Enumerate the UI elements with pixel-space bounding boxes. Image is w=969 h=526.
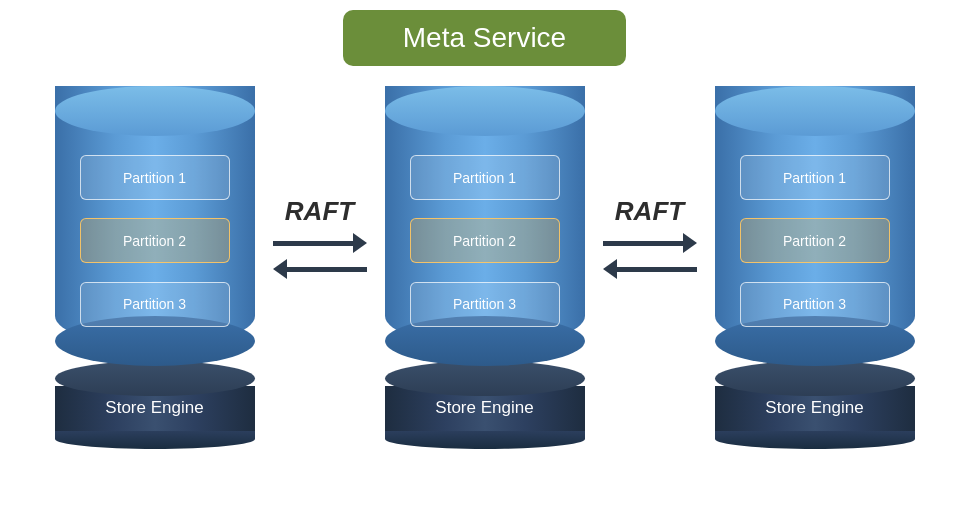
meta-service-label: Meta Service [403,22,566,53]
arrow-line-4 [617,267,697,272]
arrow-head-left-2 [603,259,617,279]
store-engine-center-top [385,361,585,396]
diagram-area: Partition 1 Partition 2 Partition 3 Stor… [0,86,969,449]
store-engine-right-bottom [715,429,915,449]
partition-center-2: Partition 2 [410,218,560,263]
store-engine-left-wrapper: Store Engine [55,366,255,449]
raft-left-arrow-left [273,259,367,279]
partition-right-1: Partition 1 [740,155,890,200]
node-left: Partition 1 Partition 2 Partition 3 Stor… [55,86,255,449]
store-engine-center-bottom [385,429,585,449]
meta-service-container: Meta Service [343,10,626,66]
partition-left-2: Partition 2 [80,218,230,263]
partition-left-1: Partition 1 [80,155,230,200]
arrow-line-2 [287,267,367,272]
cylinder-left: Partition 1 Partition 2 Partition 3 [55,86,255,366]
raft-right-arrow-right [603,233,697,253]
partition-left-3: Partition 3 [80,282,230,327]
arrow-line-3 [603,241,683,246]
raft-left: RAFT [255,196,385,279]
raft-right: RAFT [585,196,715,279]
store-engine-right-label: Store Engine [765,398,863,418]
arrow-head-right-1 [353,233,367,253]
arrow-head-left-1 [273,259,287,279]
raft-right-label: RAFT [615,196,684,227]
partitions-left: Partition 1 Partition 2 Partition 3 [55,136,255,346]
store-engine-center-label: Store Engine [435,398,533,418]
arrow-head-right-2 [683,233,697,253]
raft-right-arrow-left [603,259,697,279]
cylinder-left-top [55,86,255,136]
arrow-line-1 [273,241,353,246]
cylinder-right-top [715,86,915,136]
meta-service-box: Meta Service [343,10,626,66]
store-engine-center-wrapper: Store Engine [385,366,585,449]
partition-right-2: Partition 2 [740,218,890,263]
raft-left-arrows [273,233,367,279]
partitions-center: Partition 1 Partition 2 Partition 3 [385,136,585,346]
store-engine-right-wrapper: Store Engine [715,366,915,449]
raft-left-label: RAFT [285,196,354,227]
raft-left-arrow-right [273,233,367,253]
store-engine-left-bottom [55,429,255,449]
cylinder-center: Partition 1 Partition 2 Partition 3 [385,86,585,366]
node-right: Partition 1 Partition 2 Partition 3 Stor… [715,86,915,449]
store-engine-right-top [715,361,915,396]
cylinder-center-top [385,86,585,136]
partition-center-1: Partition 1 [410,155,560,200]
store-engine-left-label: Store Engine [105,398,203,418]
partition-right-3: Partition 3 [740,282,890,327]
partition-center-3: Partition 3 [410,282,560,327]
partitions-right: Partition 1 Partition 2 Partition 3 [715,136,915,346]
raft-right-arrows [603,233,697,279]
node-center: Partition 1 Partition 2 Partition 3 Stor… [385,86,585,449]
store-engine-left-top [55,361,255,396]
cylinder-right: Partition 1 Partition 2 Partition 3 [715,86,915,366]
